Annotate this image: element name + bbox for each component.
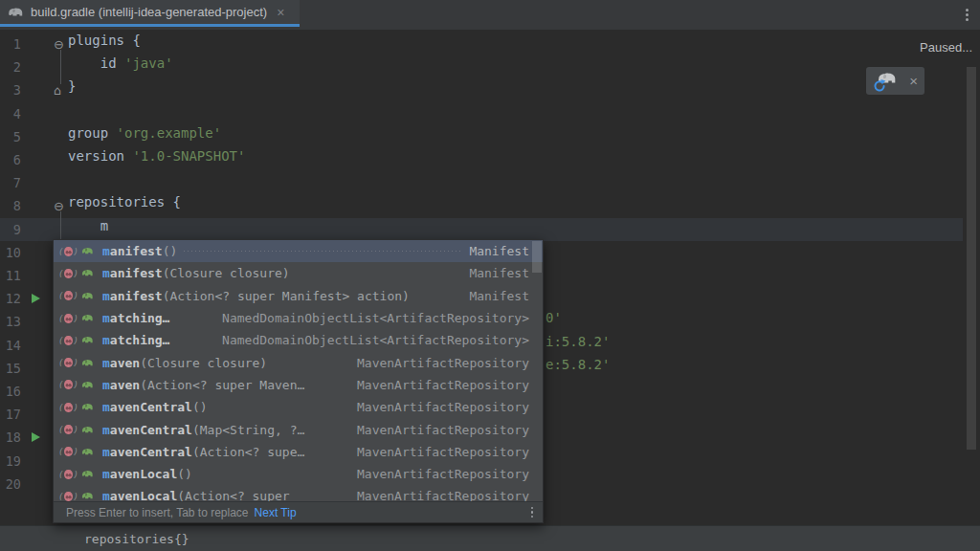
dotted-leader [311,385,350,386]
code-text: } [68,78,76,94]
match-prefix: m [102,356,110,370]
fold-end-icon[interactable]: ⌂ [54,83,61,98]
fold-collapse-icon[interactable]: ⊖ [54,37,64,52]
gradle-sync-toolbar: × [866,67,924,95]
fold-collapse-icon[interactable]: ⊖ [54,199,64,213]
item-params: () [177,467,192,481]
method-icon: () [58,425,78,434]
item-return-type: MavenArtifactRepository [357,489,529,501]
match-prefix: m [102,333,110,347]
item-name: avenCentral [110,445,192,459]
item-params: (Action<? super [177,489,289,501]
completion-item[interactable]: ()mavenCentral(Action<? supe…MavenArtifa… [54,441,543,463]
completion-item[interactable]: ()manifest(Action<? super Manifest> acti… [54,285,543,307]
item-name: aven [110,378,140,392]
gradle-dsl-icon [81,336,94,344]
line-number: 15 [6,361,21,376]
method-icon: () [58,470,78,479]
gutter-row: 2 [0,55,67,78]
tab-title: build.gradle (intellij-idea-generated-pr… [31,5,267,19]
code-line: version '1.0-SNAPSHOT' [68,148,245,171]
line-number: 6 [13,152,21,167]
code-line: repositories { [68,194,181,217]
line-number: 11 [6,268,21,283]
completion-item[interactable]: ()manifest(Closure closure)Manifest [54,262,543,284]
line-number: 7 [13,175,21,190]
completion-item[interactable]: ()manifest()Manifest [54,240,543,262]
match-prefix: m [102,467,110,481]
completion-item[interactable]: ()mavenCentral(Map<String, ?…MavenArtifa… [54,418,543,440]
tab-close-icon[interactable]: × [277,6,284,19]
item-return-type: MavenArtifactRepository [357,423,529,437]
code-line: group 'org.example' [68,125,221,148]
completion-item[interactable]: ()maven(Action<? super Maven…MavenArtifa… [54,374,543,396]
item-return-type: MavenArtifactRepository [357,356,529,370]
code-line: } [68,78,76,101]
item-params: (Action<? supe… [192,445,304,459]
breadcrumb-item[interactable]: repositories{} [84,532,189,546]
completion-list[interactable]: ()manifest()Manifest()manifest(Closure c… [54,240,543,501]
gradle-dsl-icon [81,314,94,322]
match-prefix: m [102,244,110,258]
item-params: (Closure closure) [140,356,267,370]
dotted-leader [297,496,350,496]
completion-item[interactable]: ()maven(Closure closure)MavenArtifactRep… [54,351,543,373]
gradle-dsl-icon [81,426,94,434]
method-icon: () [58,269,78,278]
gradle-dsl-icon [81,247,94,255]
line-number: 2 [13,59,21,75]
dotted-leader [311,430,350,430]
completion-item[interactable]: ()matching…NamedDomainObjectList<Artifac… [54,329,543,351]
item-return-type: MavenArtifactRepository [357,378,529,392]
item-name: avenCentral [110,423,192,437]
gradle-dsl-icon [81,359,94,367]
window-menu-kebab-icon[interactable] [966,9,969,21]
popup-scrollbar-thumb[interactable] [532,241,542,273]
item-params: () [163,244,178,258]
gradle-dsl-icon [81,492,94,500]
tab-build-gradle[interactable]: build.gradle (intellij-idea-generated-pr… [0,0,300,27]
item-name: anifest [110,289,163,303]
item-return-type: Manifest [469,244,529,258]
method-icon: () [58,358,78,367]
code-line: plugins { [68,33,141,55]
dotted-leader [297,273,463,274]
completion-item[interactable]: ()mavenLocal()MavenArtifactRepository [54,463,543,485]
gradle-dsl-icon [81,381,94,389]
line-number: 4 [13,106,21,121]
fold-guide-line [60,50,61,84]
line-number: 20 [6,476,21,492]
match-prefix: m [102,445,110,459]
string-literal: '1.0-SNAPSHOT' [132,148,245,164]
next-tip-link[interactable]: Next Tip [255,506,297,519]
completion-footer: Press Enter to insert, Tab to replace Ne… [54,501,543,522]
run-gutter-icon[interactable] [32,294,40,303]
gutter-row: 9 [0,218,67,241]
line-number: 10 [6,245,21,260]
item-name: avenLocal [110,467,177,481]
item-params: (Map<String, ?… [192,423,304,437]
completion-item[interactable]: ()mavenLocal(Action<? superMavenArtifact… [54,485,543,501]
completion-menu-kebab-icon[interactable] [531,507,534,518]
gradle-sync-button[interactable] [873,71,898,92]
gutter-row: 5 [0,125,67,148]
code-text: m [68,218,108,233]
run-gutter-icon[interactable] [32,432,40,442]
line-number: 3 [13,82,21,98]
dismiss-toolbar-button[interactable]: × [909,74,918,88]
code-text: repositories { [68,194,181,209]
completion-item[interactable]: ()mavenCentral()MavenArtifactRepository [54,396,543,418]
gutter-row: 1⊖ [0,33,67,55]
code-fragment: 0' [546,310,562,333]
item-name: atching… [110,333,170,347]
editor-scrollbar-thumb[interactable] [967,67,976,450]
gutter-row: 3⌂ [0,78,67,101]
gutter-row: 7 [0,171,67,194]
match-prefix: m [102,289,110,303]
gutter-row: 4 [0,102,67,125]
completion-item[interactable]: ()matching…NamedDomainObjectList<Artifac… [54,307,543,329]
gutter-row: 8⊖ [0,194,67,217]
string-literal: 'java' [124,55,173,71]
refresh-icon [873,79,886,93]
caret-line-highlight [0,218,963,241]
